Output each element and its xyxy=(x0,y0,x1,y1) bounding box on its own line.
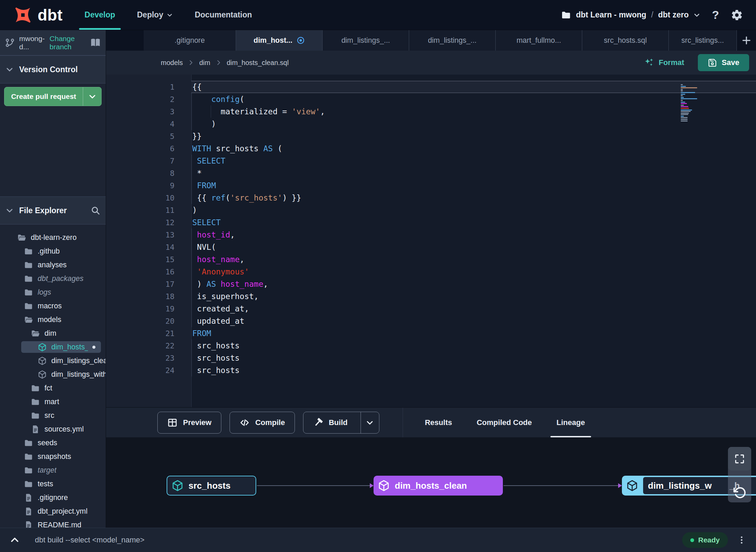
format-button[interactable]: Format xyxy=(643,57,684,68)
code-token: {{ xyxy=(192,82,202,91)
lineage-canvas[interactable]: src_hostsdim_hosts_cleandim_listings_w_h xyxy=(106,437,756,528)
line-number: 14 xyxy=(106,243,174,252)
fullscreen-button[interactable] xyxy=(728,447,751,471)
nav-item-deploy[interactable]: Deploy xyxy=(137,0,173,30)
chevron-right-icon xyxy=(187,59,194,66)
save-button[interactable]: Save xyxy=(698,54,749,71)
docs-book-icon[interactable] xyxy=(90,37,101,48)
lineage-edge xyxy=(257,485,370,486)
tree-item-src[interactable]: src xyxy=(0,409,106,422)
minimap-line xyxy=(681,120,688,121)
tree-item-tests[interactable]: tests xyxy=(0,477,106,491)
tab-src-listings[interactable]: src_listings... xyxy=(669,30,737,51)
file-explorer-header[interactable]: File Explorer xyxy=(0,196,106,224)
tree-item-dbt-project-yml[interactable]: dbt_project.yml xyxy=(0,504,106,518)
tree-item-sources-yml[interactable]: sources.yml xyxy=(0,422,106,436)
tree-item-dbt-learn-zero[interactable]: dbt-learn-zero xyxy=(0,231,106,244)
tree-item-logs[interactable]: logs xyxy=(0,285,106,299)
chevron-up-icon[interactable] xyxy=(10,535,20,545)
build-button[interactable]: Build xyxy=(303,412,379,434)
line-number: 16 xyxy=(106,268,174,276)
folder-icon xyxy=(31,384,40,393)
lineage-node-label: src_hosts xyxy=(188,480,231,491)
tree-item-dim-listings-clean-sql[interactable]: dim_listings_clean.sql xyxy=(0,354,106,368)
code-text: config( xyxy=(191,93,756,105)
refresh-icon[interactable] xyxy=(733,486,746,500)
tab-src-hosts-sql[interactable]: src_hosts.sql xyxy=(582,30,669,51)
modified-dot xyxy=(92,346,95,349)
tree-item-seeds[interactable]: seeds xyxy=(0,436,106,450)
tree-item-snapshots[interactable]: snapshots xyxy=(0,450,106,463)
hammer-icon xyxy=(313,418,323,428)
code-editor[interactable]: 1{{2 config(3 materialized = 'view',4 )5… xyxy=(106,75,756,407)
search-icon[interactable] xyxy=(91,206,100,215)
folder-open-icon xyxy=(31,329,40,338)
folder-icon xyxy=(24,274,33,283)
tree-item-readme-md[interactable]: README.md xyxy=(0,518,106,528)
code-text: host_id, xyxy=(191,229,756,241)
gear-icon[interactable] xyxy=(731,9,743,21)
tree-item-macros[interactable]: macros xyxy=(0,299,106,313)
preview-button[interactable]: Preview xyxy=(157,412,221,434)
code-token: NVL( xyxy=(192,243,216,252)
minimap-line xyxy=(681,117,688,118)
minimap-line xyxy=(681,98,697,99)
folder-icon xyxy=(24,438,33,448)
code-token xyxy=(192,267,197,276)
gutter xyxy=(174,192,191,204)
line-number: 19 xyxy=(106,305,174,313)
tab-mart-fullmo[interactable]: mart_fullmo... xyxy=(496,30,582,51)
action-bar: PreviewCompileBuild ResultsCompiled Code… xyxy=(106,407,756,437)
lineage-node-dim-hosts-clean[interactable]: dim_hosts_clean xyxy=(374,476,503,496)
lineage-node-label: dim_listings_w xyxy=(648,480,712,491)
nav-item-label: Documentation xyxy=(195,10,252,20)
line-number: 10 xyxy=(106,194,174,202)
minimap[interactable] xyxy=(681,84,718,122)
tree-item-dbt-packages[interactable]: dbt_packages xyxy=(0,272,106,285)
tree-item-target[interactable]: target xyxy=(0,463,106,477)
create-pull-request-button[interactable]: Create pull request xyxy=(4,87,102,106)
tree-item-mart[interactable]: mart xyxy=(0,395,106,409)
nav-item-documentation[interactable]: Documentation xyxy=(195,0,252,30)
tab-dim-listings[interactable]: dim_listings_... xyxy=(409,30,496,51)
tab-dim-host[interactable]: dim_host... xyxy=(236,30,323,51)
lineage-node-src-hosts[interactable]: src_hosts xyxy=(167,476,256,496)
code-text: {{ ref('src_hosts') }} xyxy=(191,192,756,204)
code-line: 9 FROM xyxy=(106,179,756,192)
panel-tab-lineage[interactable]: Lineage xyxy=(544,408,597,437)
panel-tab-compiled-code[interactable]: Compiled Code xyxy=(464,408,544,437)
file-icon xyxy=(24,493,33,502)
change-branch-link[interactable]: Change branch xyxy=(50,35,86,51)
tree-item-models[interactable]: models xyxy=(0,313,106,326)
code-text: SELECT xyxy=(191,216,756,229)
chevron-down-icon xyxy=(693,12,700,18)
tree-item-dim[interactable]: dim xyxy=(0,326,106,340)
dbt-logo-text: dbt xyxy=(38,6,63,24)
tree-item-github[interactable]: .github xyxy=(0,244,106,258)
compile-button[interactable]: Compile xyxy=(230,412,295,434)
create-pull-request-label[interactable]: Create pull request xyxy=(4,87,83,106)
tab-gitignore[interactable]: .gitignore xyxy=(144,30,236,51)
version-control-header[interactable]: Version Control xyxy=(0,55,106,84)
help-button[interactable]: ? xyxy=(712,8,719,22)
pull-request-dropdown-button[interactable] xyxy=(83,87,101,106)
gutter xyxy=(174,93,191,105)
line-number: 23 xyxy=(106,354,174,362)
tree-item-dim-listings-with-hosts[interactable]: dim_listings_with_hosts... xyxy=(0,368,106,381)
nav-item-develop[interactable]: Develop xyxy=(84,0,115,30)
tree-item-dim-hosts-clean-sql[interactable]: dim_hosts_clean.sql xyxy=(0,340,106,354)
tree-item-analyses[interactable]: analyses xyxy=(0,258,106,272)
lineage-toolbar xyxy=(728,447,751,502)
tree-item-fct[interactable]: fct xyxy=(0,381,106,395)
editor-tab-bar: .gitignoredim_host...dim_listings_...dim… xyxy=(106,30,756,51)
build-dropdown-button[interactable] xyxy=(361,412,379,433)
code-line: 14 NVL( xyxy=(106,241,756,253)
panel-tab-results[interactable]: Results xyxy=(413,408,464,437)
minimap-line xyxy=(681,100,683,101)
project-selector[interactable]: dbt Learn - mwong / dbt zero xyxy=(561,10,701,20)
tab-dim-listings[interactable]: dim_listings_... xyxy=(323,30,409,51)
new-tab-button[interactable] xyxy=(737,30,756,51)
kebab-menu-icon[interactable] xyxy=(737,535,746,545)
tree-item-gitignore[interactable]: .gitignore xyxy=(0,491,106,504)
file-icon xyxy=(24,521,33,528)
